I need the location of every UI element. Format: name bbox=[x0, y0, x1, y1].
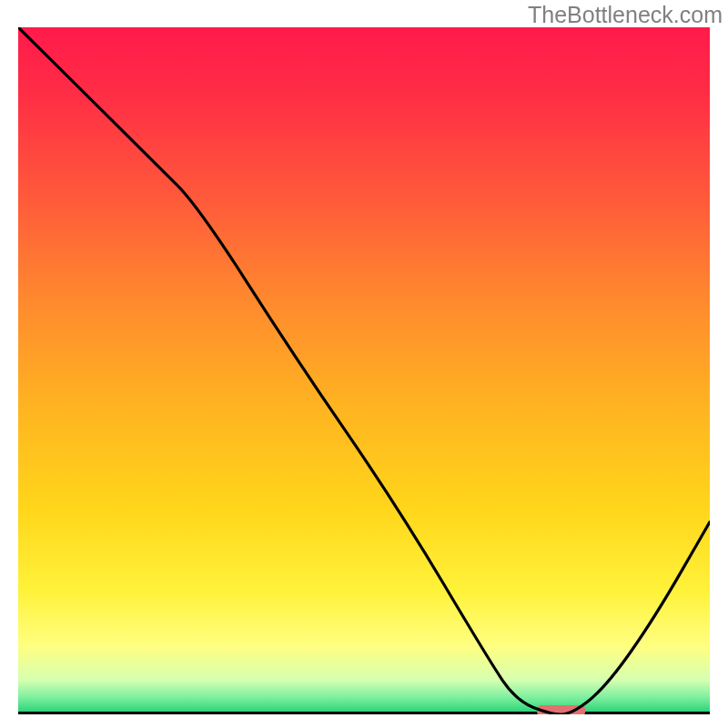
watermark-label: TheBottleneck.com bbox=[528, 2, 723, 28]
chart-container: TheBottleneck.com bbox=[0, 0, 728, 728]
bottleneck-chart bbox=[18, 27, 710, 714]
